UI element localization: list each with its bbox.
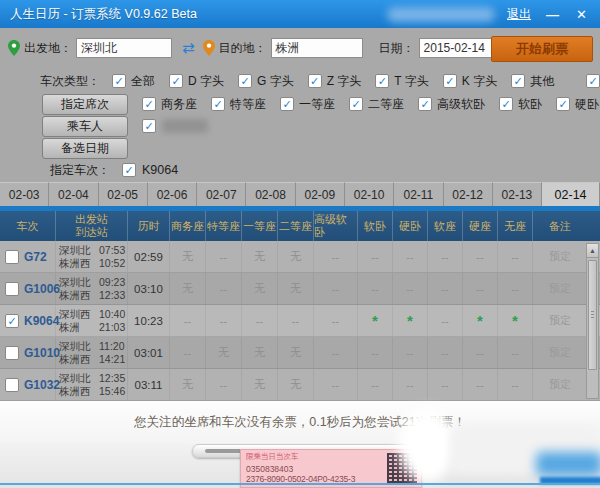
seat-cell-3: --	[277, 305, 313, 336]
seat-cell-9: *	[497, 305, 532, 336]
train-type-option-checkbox-4[interactable]: ✓	[375, 74, 389, 88]
window-title: 人生日历 - 订票系统 V0.9.62 Beta	[10, 6, 197, 23]
passenger-button[interactable]: 乘车人	[42, 116, 128, 137]
seat-type-option-checkbox-6[interactable]: ✓	[556, 97, 570, 111]
seat-type-option-1[interactable]: ✓特等座	[211, 96, 266, 113]
table-row-G72[interactable]: G72深圳北07:53株洲西10:5202:59无--无无-----------…	[0, 241, 600, 273]
auto-option-checkbox-0[interactable]: ✓	[586, 74, 600, 88]
reserve-button[interactable]: 预定	[549, 281, 571, 296]
seat-type-option-6[interactable]: ✓硬卧	[556, 96, 599, 113]
row-checkbox-G1032[interactable]	[5, 378, 19, 392]
seat-cell-9: --	[497, 337, 532, 368]
backup-date-button[interactable]: 备选日期	[42, 138, 128, 159]
date-tab-02-13[interactable]: 02-13	[493, 182, 542, 206]
seat-cell-7: --	[427, 241, 462, 272]
seat-type-row: 指定席次 ✓商务座✓特等座✓一等座✓二等座✓高级软卧✓软卧✓硬卧✓软座✓硬座✓无…	[0, 94, 600, 114]
arrival-station-time: 株洲西12:33	[59, 289, 125, 302]
logout-link[interactable]: 退出	[507, 6, 531, 23]
departure-pin-icon	[8, 40, 20, 56]
date-tab-02-09[interactable]: 02-09	[296, 182, 345, 206]
date-tab-02-07[interactable]: 02-07	[197, 182, 246, 206]
date-tab-02-03[interactable]: 02-03	[0, 182, 49, 206]
table-row-K9064[interactable]: ✓K9064深圳西10:40株洲21:0310:23----------**--…	[0, 305, 600, 337]
start-refresh-button[interactable]: 开始刷票	[491, 36, 593, 62]
column-header-7: 高级软卧	[313, 211, 357, 241]
train-type-option-2[interactable]: ✓G 字头	[238, 73, 294, 90]
train-type-option-6[interactable]: ✓其他	[511, 73, 554, 90]
seat-type-option-checkbox-3[interactable]: ✓	[349, 97, 363, 111]
date-tab-02-12[interactable]: 02-12	[444, 182, 493, 206]
column-header-3: 商务座	[169, 211, 205, 241]
seat-cell-0: --	[169, 305, 205, 336]
app-window: { "titlebar": { "title": "人生日历 - 订票系统 V0…	[0, 0, 600, 488]
seat-type-option-label-1: 特等座	[230, 96, 266, 113]
minimize-button[interactable]: —	[543, 8, 561, 21]
seat-type-option-5[interactable]: ✓软卧	[499, 96, 542, 113]
seat-type-option-3[interactable]: ✓二等座	[349, 96, 404, 113]
reserve-button[interactable]: 预定	[549, 313, 571, 328]
seat-type-option-checkbox-1[interactable]: ✓	[211, 97, 225, 111]
row-checkbox-K9064[interactable]: ✓	[5, 314, 19, 328]
train-type-option-3[interactable]: ✓Z 字头	[308, 73, 362, 90]
auto-option-0[interactable]: ✓验证码自动识别	[586, 73, 600, 90]
table-row-G1006[interactable]: G1006深圳北09:23株洲西12:3303:10无--无无---------…	[0, 273, 600, 305]
row-checkbox-G72[interactable]	[5, 250, 19, 264]
date-tab-02-08[interactable]: 02-08	[246, 182, 295, 206]
table-body: G72深圳北07:53株洲西10:5202:59无--无无-----------…	[0, 241, 600, 401]
seat-type-option-4[interactable]: ✓高级软卧	[418, 96, 485, 113]
reserve-button[interactable]: 预定	[549, 345, 571, 360]
assign-seat-button[interactable]: 指定席次	[42, 94, 128, 115]
row-checkbox-G1006[interactable]	[5, 282, 19, 296]
assigned-train-checkbox[interactable]: ✓	[122, 163, 136, 177]
date-tab-02-04[interactable]: 02-04	[49, 182, 98, 206]
seat-cell-6: --	[392, 369, 427, 400]
reserve-button[interactable]: 预定	[549, 377, 571, 392]
date-tab-02-05[interactable]: 02-05	[99, 182, 148, 206]
from-input[interactable]: 深圳北	[76, 38, 172, 58]
train-type-row: 车次类型： ✓全部✓D 字头✓G 字头✓Z 字头✓T 字头✓K 字头✓其他 ✓验…	[0, 72, 600, 90]
train-type-option-1[interactable]: ✓D 字头	[169, 73, 224, 90]
row-checkbox-G1010[interactable]	[5, 346, 19, 360]
seat-cell-5: --	[357, 369, 392, 400]
train-type-option-0[interactable]: ✓全部	[112, 73, 155, 90]
train-type-option-checkbox-3[interactable]: ✓	[308, 74, 322, 88]
redacted-username	[387, 7, 495, 22]
swap-stations-icon[interactable]: ⇄	[182, 39, 195, 57]
to-input[interactable]: 株洲	[271, 38, 363, 58]
redacted-blob-blue	[536, 452, 600, 476]
seat-type-option-checkbox-0[interactable]: ✓	[142, 97, 156, 111]
date-tab-02-10[interactable]: 02-10	[345, 182, 394, 206]
column-header-9: 硬卧	[392, 211, 427, 241]
table-row-G1010[interactable]: G1010深圳北11:20株洲西14:2103:01--无无无---------…	[0, 337, 600, 369]
train-type-option-checkbox-1[interactable]: ✓	[169, 74, 183, 88]
date-tab-02-14[interactable]: 02-14	[542, 182, 600, 206]
seat-type-option-checkbox-4[interactable]: ✓	[418, 97, 432, 111]
scrollbar-up-icon[interactable]: ▲	[587, 244, 598, 258]
passenger-checkbox[interactable]: ✓	[142, 119, 156, 133]
seat-type-option-checkbox-5[interactable]: ✓	[499, 97, 513, 111]
seat-cell-7: --	[427, 273, 462, 304]
from-label: 出发地：	[24, 40, 72, 57]
train-type-option-checkbox-0[interactable]: ✓	[112, 74, 126, 88]
train-type-option-4[interactable]: ✓T 字头	[375, 73, 428, 90]
seat-cell-0: 无	[169, 273, 205, 304]
train-type-option-checkbox-6[interactable]: ✓	[511, 74, 525, 88]
date-tab-02-11[interactable]: 02-11	[394, 182, 443, 206]
seat-cell-8: --	[462, 337, 497, 368]
seat-cell-6: *	[392, 305, 427, 336]
column-header-10: 软座	[427, 211, 462, 241]
assigned-train-row: 指定车次： ✓ K9064	[0, 160, 600, 180]
train-type-option-checkbox-5[interactable]: ✓	[443, 74, 457, 88]
train-type-option-5[interactable]: ✓K 字头	[443, 73, 497, 90]
scrollbar-thumb[interactable]	[588, 260, 597, 370]
seat-cell-1: 无	[205, 337, 241, 368]
seat-type-option-2[interactable]: ✓一等座	[280, 96, 335, 113]
date-tab-02-06[interactable]: 02-06	[148, 182, 197, 206]
train-type-option-checkbox-2[interactable]: ✓	[238, 74, 252, 88]
table-row-G1032[interactable]: G1032深圳北12:35株洲西15:4603:11无--无无---------…	[0, 369, 600, 401]
seat-type-option-checkbox-2[interactable]: ✓	[280, 97, 294, 111]
seat-type-option-0[interactable]: ✓商务座	[142, 96, 197, 113]
reserve-button[interactable]: 预定	[549, 249, 571, 264]
close-button[interactable]: ✕	[573, 8, 590, 21]
table-scrollbar[interactable]: ▲	[586, 243, 599, 399]
